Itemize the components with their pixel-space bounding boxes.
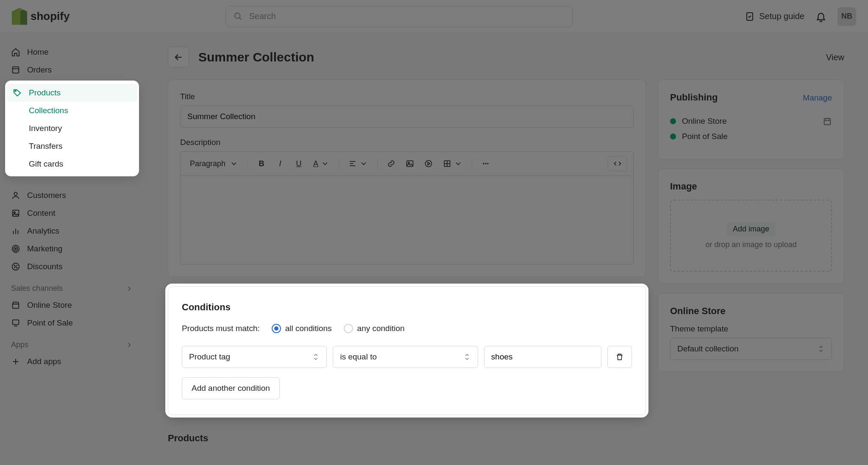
add-image-button[interactable]: Add image — [727, 222, 775, 236]
radio-all-label: all conditions — [285, 324, 332, 333]
theme-template-select[interactable]: Default collection — [670, 338, 832, 360]
title-label: Title — [180, 92, 634, 101]
conditions-match-row: Products must match: all conditions any … — [182, 324, 632, 333]
rte-link[interactable] — [384, 156, 399, 171]
sidebar-item-marketing[interactable]: Marketing — [5, 240, 139, 258]
rte-color[interactable]: A — [310, 156, 333, 171]
customers-icon — [11, 191, 20, 200]
sidebar-item-analytics[interactable]: Analytics — [5, 222, 139, 240]
rte-underline[interactable]: U — [291, 156, 306, 171]
condition-operator-select[interactable]: is equal to — [333, 346, 478, 368]
search-input[interactable]: Search — [225, 6, 573, 27]
status-dot-icon — [670, 118, 676, 124]
view-link[interactable]: View — [826, 53, 844, 62]
discounts-icon — [11, 262, 20, 271]
title-input[interactable] — [180, 106, 634, 128]
logo[interactable]: shopify — [12, 8, 70, 25]
radio-any-condition[interactable]: any condition — [344, 324, 405, 333]
rte-table[interactable] — [440, 156, 466, 171]
calendar-icon[interactable] — [823, 117, 832, 126]
manage-link[interactable]: Manage — [803, 93, 832, 103]
setup-guide-link[interactable]: Setup guide — [745, 11, 804, 22]
radio-any-label: any condition — [357, 324, 405, 333]
rte-html[interactable] — [608, 156, 627, 171]
condition-field-select[interactable]: Product tag — [182, 346, 327, 368]
publishing-item-label: Online Store — [682, 117, 727, 126]
add-condition-label: Add another condition — [192, 384, 270, 393]
arrow-left-icon — [174, 53, 183, 62]
condition-value-input[interactable] — [484, 346, 601, 368]
publishing-item-pos: Point of Sale — [670, 132, 832, 141]
sidebar-item-label: Collections — [29, 106, 68, 115]
rte-paragraph-select[interactable]: Paragraph — [186, 156, 242, 171]
chevron-right-icon — [125, 341, 133, 349]
radio-dot-icon — [272, 324, 281, 333]
select-chevron-icon — [312, 353, 320, 361]
condition-remove-button[interactable] — [607, 346, 632, 368]
rte-italic[interactable]: I — [273, 156, 288, 171]
avatar[interactable]: NB — [837, 7, 856, 26]
radio-all-conditions[interactable]: all conditions — [272, 324, 332, 333]
separator — [472, 158, 472, 169]
notifications-icon[interactable] — [815, 11, 826, 22]
conditions-heading: Conditions — [182, 302, 632, 313]
svg-point-37 — [487, 163, 488, 164]
rte-paragraph-label: Paragraph — [190, 159, 225, 168]
home-icon — [11, 47, 20, 57]
logo-text: shopify — [31, 10, 70, 23]
sidebar-item-home[interactable]: Home — [5, 43, 139, 61]
sidebar-item-customers[interactable]: Customers — [5, 187, 139, 204]
back-button[interactable] — [168, 47, 189, 68]
chevron-down-icon — [359, 159, 368, 168]
svg-rect-28 — [407, 161, 413, 166]
page-title: Summer Collection — [198, 50, 314, 64]
sidebar-item-inventory[interactable]: Inventory — [7, 120, 137, 137]
apps-heading[interactable]: Apps — [5, 332, 139, 353]
svg-point-13 — [14, 247, 17, 251]
sidebar-item-orders[interactable]: Orders — [5, 61, 139, 79]
products-subnav-popover: Products Collections Inventory Transfers… — [5, 81, 139, 176]
status-dot-icon — [670, 134, 676, 139]
clipboard-check-icon — [745, 11, 755, 22]
sidebar-item-gift-cards[interactable]: Gift cards — [7, 155, 137, 173]
add-condition-button[interactable]: Add another condition — [182, 377, 280, 399]
pos-icon — [11, 318, 20, 328]
page-header: Summer Collection View — [168, 47, 844, 68]
select-chevron-icon — [817, 345, 825, 353]
publishing-heading: Publishing — [670, 92, 718, 103]
shopify-logo-icon — [12, 8, 27, 25]
rte-bold[interactable]: B — [254, 156, 269, 171]
svg-point-35 — [483, 163, 484, 164]
rte-align[interactable] — [345, 156, 371, 171]
sidebar-item-content[interactable]: Content — [5, 204, 139, 222]
sidebar-item-transfers[interactable]: Transfers — [7, 137, 137, 155]
sales-channels-heading[interactable]: Sales channels — [5, 276, 139, 296]
right-column: Publishing Manage Online Store Point of … — [658, 80, 844, 444]
conditions-match-label: Products must match: — [182, 324, 260, 333]
chevron-down-icon — [454, 159, 462, 168]
sidebar-item-online-store[interactable]: Online Store — [5, 296, 139, 314]
rte-more[interactable] — [478, 156, 493, 171]
align-left-icon — [348, 159, 357, 168]
svg-point-17 — [14, 265, 15, 266]
sidebar-item-label: Marketing — [27, 244, 62, 253]
sidebar-item-label: Home — [27, 47, 49, 57]
sidebar-item-label: Point of Sale — [27, 318, 73, 328]
sidebar-item-point-of-sale[interactable]: Point of Sale — [5, 314, 139, 332]
sidebar-item-label: Add apps — [27, 357, 61, 366]
chevron-down-icon — [230, 159, 238, 168]
svg-rect-19 — [13, 304, 19, 308]
online-store-card: Online Store Theme template Default coll… — [658, 293, 844, 372]
text-color-icon: A — [313, 159, 318, 168]
description-editor[interactable] — [180, 175, 634, 265]
image-dropzone[interactable]: Add image or drop an image to upload — [670, 200, 832, 272]
sidebar-item-collections[interactable]: Collections — [7, 102, 137, 120]
svg-rect-7 — [13, 210, 19, 217]
theme-template-value: Default collection — [677, 344, 739, 354]
sidebar-item-products[interactable]: Products — [7, 84, 137, 102]
sidebar-item-add-apps[interactable]: Add apps — [5, 353, 139, 370]
sidebar-item-discounts[interactable]: Discounts — [5, 258, 139, 276]
rte-video[interactable] — [421, 156, 436, 171]
rte-image[interactable] — [402, 156, 417, 171]
separator — [377, 158, 378, 169]
